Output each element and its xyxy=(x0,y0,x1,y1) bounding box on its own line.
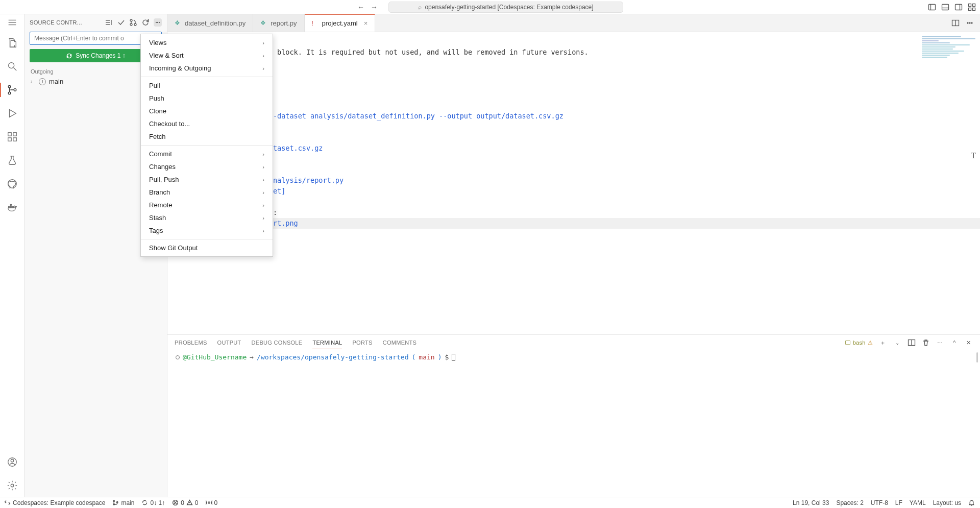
panel-tab-terminal[interactable]: TERMINAL xyxy=(312,336,342,349)
svg-rect-8 xyxy=(969,8,971,10)
menu-icon[interactable] xyxy=(0,17,24,28)
editor-more-icon[interactable] xyxy=(966,19,974,27)
tab-report-py[interactable]: ❖report.py xyxy=(253,14,304,32)
nav-forward-icon[interactable]: → xyxy=(370,3,378,11)
python-file-icon: ❖ xyxy=(175,19,182,27)
activity-search[interactable] xyxy=(0,58,24,75)
menu-item-fetch[interactable]: Fetch xyxy=(141,130,273,143)
svg-rect-27 xyxy=(10,205,12,206)
menu-item-commit[interactable]: Commit› xyxy=(141,148,273,160)
refresh-icon[interactable] xyxy=(141,18,150,27)
activity-account[interactable] xyxy=(0,454,24,470)
view-as-tree-icon[interactable] xyxy=(105,18,113,27)
svg-point-36 xyxy=(130,23,132,26)
svg-point-16 xyxy=(8,92,11,94)
panel-tab-problems[interactable]: PROBLEMS xyxy=(175,336,207,349)
menu-item-push[interactable]: Push xyxy=(141,92,273,105)
split-editor-icon[interactable] xyxy=(951,19,960,27)
customize-layout-icon[interactable] xyxy=(968,3,976,11)
tab-label: dataset_definition.py xyxy=(185,19,246,27)
terminal-scrollbar[interactable] xyxy=(976,352,978,362)
activity-explorer[interactable] xyxy=(0,35,24,51)
menu-item-clone[interactable]: Clone xyxy=(141,105,273,117)
panel-tabs: PROBLEMSOUTPUTDEBUG CONSOLETERMINALPORTS… xyxy=(167,335,980,350)
menu-item-changes[interactable]: Changes› xyxy=(141,160,273,173)
status-cursor-position[interactable]: Ln 19, Col 33 xyxy=(793,499,829,506)
close-panel-icon[interactable]: ✕ xyxy=(965,338,973,347)
status-layout[interactable]: Layout: us xyxy=(933,499,961,506)
activity-run-debug[interactable] xyxy=(0,105,24,122)
activity-github[interactable] xyxy=(0,176,24,192)
sidebar-title: SOURCE CONTR... xyxy=(30,19,102,26)
search-icon: ⌕ xyxy=(418,4,422,11)
text-overflow-icon[interactable]: T xyxy=(971,150,976,162)
menu-item-checkout-to-[interactable]: Checkout to... xyxy=(141,117,273,130)
svg-point-15 xyxy=(8,85,11,88)
terminal-dropdown-icon[interactable]: ⌄ xyxy=(893,338,901,347)
more-actions-icon[interactable] xyxy=(154,18,162,27)
split-terminal-icon[interactable] xyxy=(908,338,916,347)
svg-point-39 xyxy=(157,22,158,23)
menu-item-pull-push[interactable]: Pull, Push› xyxy=(141,173,273,186)
create-pr-icon[interactable] xyxy=(129,18,137,27)
activity-source-control[interactable] xyxy=(0,82,24,98)
status-eol[interactable]: LF xyxy=(895,499,902,506)
status-remote[interactable]: Codespaces: Example codespace xyxy=(4,499,105,506)
menu-item-pull[interactable]: Pull xyxy=(141,79,273,92)
maximize-panel-icon[interactable]: ^ xyxy=(950,338,959,347)
layout-panel-icon[interactable] xyxy=(941,3,949,11)
panel-tab-output[interactable]: OUTPUT xyxy=(217,336,241,349)
warning-icon: ⚠ xyxy=(868,340,873,346)
chevron-right-icon: › xyxy=(262,53,264,59)
activity-extensions[interactable] xyxy=(0,129,24,145)
chevron-right-icon: › xyxy=(262,228,264,234)
menu-item-tags[interactable]: Tags› xyxy=(141,224,273,237)
activity-settings[interactable] xyxy=(0,477,24,494)
terminal-cursor xyxy=(452,354,455,361)
status-branch[interactable]: main xyxy=(112,499,134,506)
status-language[interactable]: YAML xyxy=(910,499,926,506)
tab-project-yaml[interactable]: !project.yaml× xyxy=(305,14,376,32)
commit-check-icon[interactable] xyxy=(117,18,125,27)
nav-back-icon[interactable]: ← xyxy=(357,3,365,11)
new-terminal-icon[interactable]: ＋ xyxy=(879,338,887,347)
activity-testing[interactable] xyxy=(0,152,24,168)
editor-body[interactable]: ctation` block. It is required but not u… xyxy=(167,32,980,334)
panel-more-icon[interactable]: ⋯ xyxy=(936,338,944,347)
status-ports[interactable]: 0 xyxy=(206,499,218,506)
menu-item-incoming-outgoing[interactable]: Incoming & Outgoing› xyxy=(141,62,273,75)
layout-sidebar-right-icon[interactable] xyxy=(954,3,963,11)
menu-item-view-sort[interactable]: View & Sort› xyxy=(141,49,273,62)
tab-dataset_definition-py[interactable]: ❖dataset_definition.py xyxy=(167,14,253,32)
menu-item-stash[interactable]: Stash› xyxy=(141,211,273,224)
status-notifications-icon[interactable] xyxy=(968,499,975,506)
panel-tab-comments[interactable]: COMMENTS xyxy=(383,336,417,349)
activity-docker[interactable] xyxy=(0,199,24,215)
svg-rect-46 xyxy=(845,341,850,345)
terminal-shell-label[interactable]: bash ⚠ xyxy=(845,340,873,346)
menu-item-remote[interactable]: Remote› xyxy=(141,199,273,211)
svg-rect-4 xyxy=(955,4,962,10)
editor-tabs: ❖dataset_definition.py❖report.py!project… xyxy=(167,14,980,32)
terminal-body[interactable]: @GitHub_Username → /workspaces/opensafel… xyxy=(167,350,980,497)
menu-item-show-git-output[interactable]: Show Git Output xyxy=(141,241,273,254)
menu-item-branch[interactable]: Branch› xyxy=(141,186,273,199)
status-sync[interactable]: 0↓ 1↑ xyxy=(141,499,165,506)
status-problems[interactable]: 0 0 xyxy=(172,499,198,506)
minimap[interactable] xyxy=(922,36,978,72)
kill-terminal-icon[interactable] xyxy=(922,338,930,347)
svg-rect-9 xyxy=(973,8,975,10)
close-tab-icon[interactable]: × xyxy=(364,19,368,27)
chevron-right-icon: › xyxy=(262,189,264,196)
command-center[interactable]: ⌕ opensafely-getting-started [Codespaces… xyxy=(388,2,623,13)
layout-sidebar-left-icon[interactable] xyxy=(928,3,936,11)
chevron-right-icon: › xyxy=(31,79,36,84)
status-indentation[interactable]: Spaces: 2 xyxy=(836,499,863,506)
svg-rect-19 xyxy=(8,133,11,136)
svg-rect-0 xyxy=(929,4,936,10)
status-encoding[interactable]: UTF-8 xyxy=(871,499,888,506)
panel-tab-ports[interactable]: PORTS xyxy=(352,336,372,349)
panel-tab-debug-console[interactable]: DEBUG CONSOLE xyxy=(252,336,303,349)
svg-rect-6 xyxy=(969,4,971,6)
menu-item-views[interactable]: Views› xyxy=(141,36,273,49)
